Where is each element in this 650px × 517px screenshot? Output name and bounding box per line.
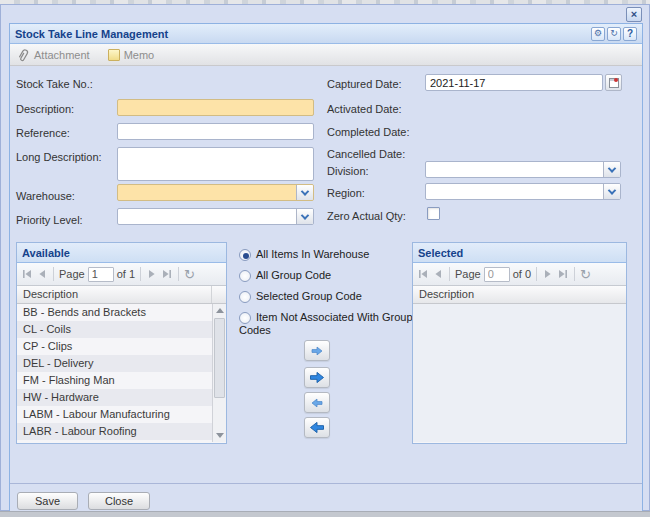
division-combo[interactable] (425, 161, 621, 178)
region-dropdown-trigger[interactable] (603, 184, 620, 199)
attachment-button[interactable]: Attachment (17, 48, 90, 62)
radio-option-all-group-code[interactable]: All Group Code (239, 269, 419, 282)
next-page-button[interactable] (146, 268, 158, 280)
gear-icon: ⚙ (594, 29, 602, 38)
radio-option-not-associated[interactable]: Item Not Associated With Group Codes (239, 311, 419, 337)
available-column-header[interactable]: Description (17, 286, 226, 304)
popup-window: × Stock Take Line Management ⚙ ↻ ? Attac… (0, 4, 650, 511)
selected-panel-header: Selected (413, 243, 626, 263)
activated-date-label: Activated Date: (327, 103, 402, 115)
settings-button[interactable]: ⚙ (591, 27, 605, 41)
dialog-toolbar: Attachment Memo (10, 44, 642, 66)
list-item[interactable]: BB - Bends and Brackets (17, 304, 212, 321)
toolbar-separator (140, 267, 141, 281)
warehouse-label: Warehouse: (16, 190, 75, 202)
priority-dropdown-trigger[interactable] (296, 209, 313, 224)
move-all-left-button[interactable] (304, 417, 330, 438)
radio-option-selected-group-code[interactable]: Selected Group Code (239, 290, 419, 303)
scrollbar-thumb[interactable] (214, 318, 225, 398)
move-all-right-button[interactable] (304, 367, 330, 388)
page-label: Page (455, 268, 481, 280)
warehouse-combo[interactable] (117, 184, 314, 201)
calendar-icon (609, 78, 619, 88)
close-button[interactable]: Close (88, 492, 150, 510)
paperclip-icon (14, 45, 32, 64)
selected-panel: Selected Page of 0 ↻ Description (412, 242, 627, 444)
refresh-button[interactable]: ↻ (607, 27, 621, 41)
captured-date-label: Captured Date: (327, 78, 402, 90)
window-bottom-edge (0, 511, 650, 517)
zero-actual-qty-checkbox[interactable] (427, 207, 440, 220)
division-dropdown-trigger[interactable] (603, 162, 620, 177)
warehouse-value (118, 185, 296, 200)
arrow-left-small-icon (311, 398, 323, 408)
reference-field[interactable] (117, 123, 314, 140)
stock-take-dialog: Stock Take Line Management ⚙ ↻ ? Attachm… (9, 23, 643, 511)
selected-page-input[interactable] (484, 267, 510, 282)
list-item[interactable]: CP - Clips (17, 338, 212, 355)
page-label: Page (59, 268, 85, 280)
date-picker-trigger[interactable] (605, 74, 622, 91)
completed-date-label: Completed Date: (327, 126, 410, 138)
list-item[interactable]: DEL - Delivery (17, 355, 212, 372)
warehouse-dropdown-trigger[interactable] (296, 185, 313, 200)
window-close-button[interactable]: × (626, 7, 642, 22)
long-description-field[interactable] (117, 147, 314, 181)
dialog-header: Stock Take Line Management ⚙ ↻ ? (10, 24, 642, 44)
chevron-down-icon (301, 211, 309, 219)
list-item[interactable]: LABM - Labour Manufacturing (17, 406, 212, 423)
prev-page-button[interactable] (36, 268, 48, 280)
captured-date-field[interactable] (425, 74, 603, 91)
last-page-button[interactable] (161, 268, 173, 280)
scrollbar[interactable] (212, 304, 226, 442)
captured-date-field-group (425, 74, 622, 91)
move-right-button[interactable] (304, 340, 330, 361)
priority-level-value (118, 209, 296, 224)
grid-refresh-button[interactable]: ↻ (580, 268, 591, 281)
grid-refresh-button[interactable]: ↻ (184, 268, 195, 281)
save-button[interactable]: Save (17, 492, 78, 510)
priority-level-combo[interactable] (117, 208, 314, 225)
list-item[interactable]: HW - Hardware (17, 389, 212, 406)
list-item[interactable]: FM - Flashing Man (17, 372, 212, 389)
first-page-button[interactable] (21, 268, 33, 280)
first-page-button[interactable] (417, 268, 429, 280)
description-label: Description: (16, 103, 74, 115)
selected-column-header[interactable]: Description (413, 286, 626, 304)
available-grid-body: BB - Bends and Brackets CL - Coils CP - … (17, 304, 226, 442)
close-icon: × (631, 9, 637, 20)
description-field[interactable] (117, 99, 314, 116)
selected-paging-toolbar: Page of 0 ↻ (413, 263, 626, 286)
arrow-right-large-icon (309, 371, 325, 384)
radio-button-icon (239, 291, 251, 303)
toolbar-separator (536, 267, 537, 281)
radio-button-icon (239, 270, 251, 282)
next-page-button[interactable] (542, 268, 554, 280)
help-button[interactable]: ? (623, 27, 637, 41)
radio-button-icon (239, 312, 251, 324)
toolbar-separator (53, 267, 54, 281)
prev-page-button[interactable] (432, 268, 444, 280)
dialog-footer: Save Close (10, 483, 642, 511)
last-page-button[interactable] (557, 268, 569, 280)
long-description-label: Long Description: (16, 151, 102, 163)
available-paging-toolbar: Page of 1 ↻ (17, 263, 226, 286)
refresh-icon: ↻ (610, 29, 618, 38)
list-item[interactable]: LABR - Labour Roofing (17, 423, 212, 440)
chevron-down-icon (608, 164, 616, 172)
division-value (426, 162, 603, 177)
radio-option-all-items[interactable]: All Items In Warehouse (239, 248, 419, 261)
list-item[interactable]: CL - Coils (17, 321, 212, 338)
toolbar-separator (574, 267, 575, 281)
selected-grid-body (413, 304, 626, 442)
page-of-label: of 0 (513, 268, 531, 280)
available-page-input[interactable] (88, 267, 114, 282)
page-of-label: of 1 (117, 268, 135, 280)
scroll-down-icon[interactable] (213, 429, 226, 442)
scroll-up-icon[interactable] (213, 304, 226, 317)
move-left-button[interactable] (304, 392, 330, 413)
region-combo[interactable] (425, 183, 621, 200)
stock-take-no-label: Stock Take No.: (16, 78, 93, 90)
memo-button[interactable]: Memo (108, 49, 155, 61)
division-label: Division: (327, 165, 369, 177)
